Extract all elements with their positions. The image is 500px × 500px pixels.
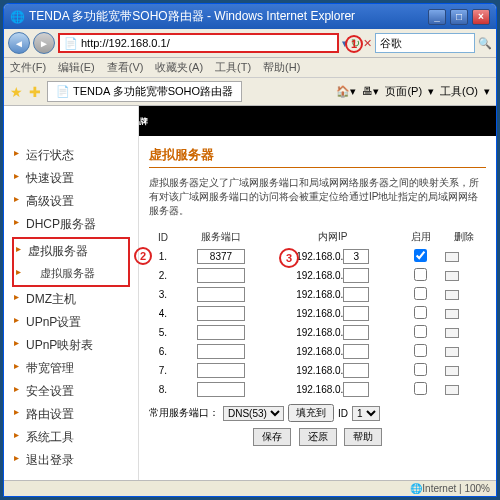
sidebar-item-dmz[interactable]: DMZ主机 [12,288,130,311]
ip-prefix: 192.168.0. [296,251,343,262]
common-port-select[interactable]: DNS(53) [223,406,284,421]
delete-button[interactable] [445,385,459,395]
sidebar-item-bandwidth[interactable]: 带宽管理 [12,357,130,380]
enable-checkbox[interactable] [414,249,427,262]
common-port-label: 常用服务端口： [149,406,219,420]
ip-input[interactable] [343,344,369,359]
refresh-icon[interactable]: ↻ [351,37,360,50]
port-input[interactable] [197,249,245,264]
url-input[interactable] [81,37,333,49]
table-row: 2. 192.168.0. [151,267,484,284]
delete-button[interactable] [445,252,459,262]
enable-checkbox[interactable] [414,363,427,376]
maximize-button[interactable]: □ [450,9,468,25]
ip-input[interactable] [343,268,369,283]
virtual-server-table: ID 服务端口 内网IP 启用 删除 1. 192.168.0. 2. 192.… [149,226,486,400]
sidebar-item-upnp[interactable]: UPnP设置 [12,311,130,334]
enable-checkbox[interactable] [414,344,427,357]
add-favorite-icon[interactable]: ✚ [29,84,41,100]
delete-button[interactable] [445,290,459,300]
tab-icon: 📄 [56,85,70,98]
port-input[interactable] [197,382,245,397]
sidebar-item-route[interactable]: 路由设置 [12,403,130,426]
menu-edit[interactable]: 编辑(E) [58,60,95,75]
sidebar-item-advanced[interactable]: 高级设置 [12,190,130,213]
sidebar-subitem-virtual-server[interactable]: 虚拟服务器 [14,263,128,284]
enable-checkbox[interactable] [414,268,427,281]
id-label: ID [338,408,348,419]
row-id: 8. [151,381,175,398]
port-input[interactable] [197,363,245,378]
ip-prefix: 192.168.0. [296,289,343,300]
ip-input[interactable] [343,306,369,321]
port-input[interactable] [197,306,245,321]
sidebar-item-upnp-map[interactable]: UPnP映射表 [12,334,130,357]
delete-button[interactable] [445,366,459,376]
ip-prefix: 192.168.0. [296,327,343,338]
enable-checkbox[interactable] [414,306,427,319]
ip-prefix: 192.168.0. [296,308,343,319]
row-id: 1. [151,248,175,265]
menu-file[interactable]: 文件(F) [10,60,46,75]
ip-input[interactable] [343,287,369,302]
delete-button[interactable] [445,347,459,357]
menu-view[interactable]: 查看(V) [107,60,144,75]
enable-checkbox[interactable] [414,382,427,395]
save-button[interactable]: 保存 [253,428,291,446]
sidebar-item-system[interactable]: 系统工具 [12,426,130,449]
favorites-icon[interactable]: ★ [10,84,23,100]
browser-tab[interactable]: 📄 TENDA 多功能宽带SOHO路由器 [47,81,242,102]
action-buttons: 保存 还原 帮助 [149,428,486,446]
menu-help[interactable]: 帮助(H) [263,60,300,75]
table-row: 1. 192.168.0. [151,248,484,265]
enable-checkbox[interactable] [414,287,427,300]
menu-favorites[interactable]: 收藏夹(A) [155,60,203,75]
row-id: 3. [151,286,175,303]
table-header: ID 服务端口 内网IP 启用 删除 [151,228,484,246]
port-input[interactable] [197,325,245,340]
search-input[interactable]: 谷歌 [375,33,475,53]
port-input[interactable] [197,344,245,359]
sidebar-item-virtual-server[interactable]: 虚拟服务器 [14,240,128,263]
panel-description: 虚拟服务器定义了广域网服务端口和局域网网络服务器之间的映射关系，所有对该广域网服… [149,176,486,218]
sidebar-item-dhcp[interactable]: DHCP服务器 [12,213,130,236]
delete-button[interactable] [445,271,459,281]
zone-label: Internet [422,483,456,494]
tools-menu[interactable]: 工具(O) [440,84,478,99]
forward-button[interactable]: ► [33,32,55,54]
close-button[interactable]: × [472,9,490,25]
page-menu[interactable]: 页面(P) [385,84,422,99]
ip-prefix: 192.168.0. [296,384,343,395]
reset-button[interactable]: 还原 [299,428,337,446]
delete-button[interactable] [445,328,459,338]
window-title: TENDA 多功能宽带SOHO路由器 - Windows Internet Ex… [29,8,355,25]
port-input[interactable] [197,268,245,283]
port-input[interactable] [197,287,245,302]
search-icon[interactable]: 🔍 [478,37,492,50]
fill-button[interactable]: 填充到 [288,404,334,422]
ip-input[interactable] [343,325,369,340]
minimize-button[interactable]: _ [428,9,446,25]
back-button[interactable]: ◄ [8,32,30,54]
home-icon[interactable]: 🏠▾ [336,85,356,98]
row-id: 2. [151,267,175,284]
globe-icon: 🌐 [410,483,422,494]
enable-checkbox[interactable] [414,325,427,338]
ip-input[interactable] [343,363,369,378]
delete-button[interactable] [445,309,459,319]
menu-tools[interactable]: 工具(T) [215,60,251,75]
sidebar-item-quick[interactable]: 快速设置 [12,167,130,190]
ip-input[interactable] [343,382,369,397]
toolbar: ★ ✚ 📄 TENDA 多功能宽带SOHO路由器 🏠▾ 🖶▾ 页面(P)▾ 工具… [4,78,496,106]
ip-input[interactable] [343,249,369,264]
sidebar-item-security[interactable]: 安全设置 [12,380,130,403]
col-id: ID [151,228,175,246]
row-id: 4. [151,305,175,322]
sidebar-item-status[interactable]: 运行状态 [12,144,130,167]
help-button[interactable]: 帮助 [344,428,382,446]
sidebar-item-logout[interactable]: 退出登录 [12,449,130,472]
dropdown-icon[interactable]: ▾ [342,37,348,50]
id-select[interactable]: 1 [352,406,380,421]
print-icon[interactable]: 🖶▾ [362,85,379,98]
stop-icon[interactable]: ✕ [363,37,372,50]
